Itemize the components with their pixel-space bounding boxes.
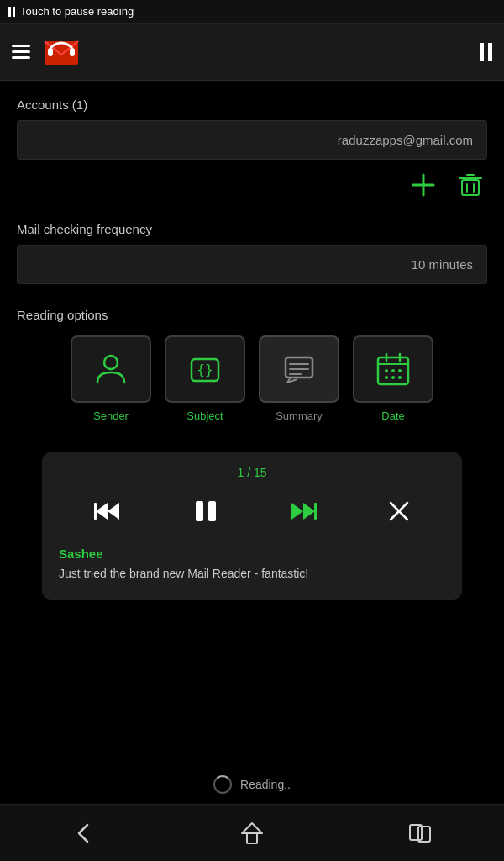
delete-account-button[interactable] bbox=[454, 168, 487, 202]
skip-forward-button[interactable] bbox=[283, 491, 323, 531]
svg-marker-33 bbox=[291, 503, 303, 520]
menu-icon[interactable] bbox=[12, 45, 30, 59]
account-email-field[interactable]: raduzzapps@gmail.com bbox=[17, 120, 487, 160]
freq-value: 10 minutes bbox=[412, 257, 473, 272]
svg-rect-34 bbox=[314, 503, 317, 520]
svg-text:{}: {} bbox=[197, 362, 213, 378]
close-player-button[interactable] bbox=[381, 494, 417, 529]
svg-point-10 bbox=[104, 356, 118, 369]
option-summary-label: Summary bbox=[276, 409, 323, 422]
svg-point-22 bbox=[391, 369, 395, 372]
svg-point-24 bbox=[385, 376, 388, 379]
status-bar-text: Touch to pause reading bbox=[20, 5, 134, 18]
skip-back-button[interactable] bbox=[87, 491, 128, 531]
player-controls bbox=[59, 491, 445, 531]
option-date-label: Date bbox=[381, 409, 404, 422]
reading-status-text: Reading.. bbox=[240, 778, 291, 791]
media-player-card: 1 / 15 bbox=[42, 452, 462, 600]
svg-marker-37 bbox=[242, 823, 262, 833]
svg-point-25 bbox=[391, 376, 395, 379]
option-summary-box[interactable] bbox=[259, 335, 339, 403]
option-subject[interactable]: {} Subject bbox=[165, 335, 245, 422]
svg-rect-2 bbox=[70, 48, 75, 56]
svg-rect-31 bbox=[208, 501, 216, 521]
main-content: Accounts (1) raduzzapps@gmail.com Mail c… bbox=[0, 81, 504, 600]
svg-point-23 bbox=[398, 369, 402, 372]
svg-rect-1 bbox=[48, 48, 53, 56]
freq-field[interactable]: 10 minutes bbox=[17, 245, 487, 284]
svg-rect-30 bbox=[196, 501, 203, 521]
option-subject-label: Subject bbox=[186, 409, 223, 422]
account-email-value: raduzzapps@gmail.com bbox=[338, 133, 473, 147]
back-button[interactable] bbox=[64, 813, 104, 853]
player-counter: 1 / 15 bbox=[59, 466, 445, 479]
option-sender-label: Sender bbox=[93, 409, 129, 422]
home-button[interactable] bbox=[232, 813, 272, 853]
svg-rect-29 bbox=[94, 503, 97, 520]
app-logo bbox=[39, 29, 84, 75]
status-bar: Touch to pause reading bbox=[0, 0, 504, 24]
loading-spinner bbox=[213, 775, 232, 794]
accounts-label: Accounts (1) bbox=[17, 98, 487, 112]
svg-marker-27 bbox=[96, 503, 108, 520]
option-sender-box[interactable] bbox=[71, 335, 151, 403]
option-subject-box[interactable]: {} bbox=[165, 335, 245, 403]
bottom-nav bbox=[0, 804, 504, 861]
svg-point-26 bbox=[398, 376, 402, 379]
svg-marker-32 bbox=[303, 503, 315, 520]
status-pause-icon bbox=[8, 7, 15, 17]
recents-button[interactable] bbox=[400, 813, 440, 853]
add-account-button[interactable] bbox=[407, 168, 440, 202]
option-date-box[interactable] bbox=[353, 335, 433, 403]
svg-rect-38 bbox=[247, 833, 257, 843]
account-actions bbox=[17, 168, 487, 202]
player-message: Just tried the brand new Mail Reader - f… bbox=[59, 566, 445, 583]
option-summary[interactable]: Summary bbox=[259, 335, 339, 422]
freq-label: Mail checking frequency bbox=[17, 222, 487, 236]
reading-status: Reading.. bbox=[0, 775, 504, 794]
pause-button[interactable] bbox=[186, 491, 226, 531]
reading-options-row: Sender {} Subject bbox=[17, 335, 487, 422]
toolbar-left bbox=[12, 29, 84, 75]
toolbar-pause-button[interactable] bbox=[480, 43, 492, 61]
option-sender[interactable]: Sender bbox=[71, 335, 151, 422]
reading-options-label: Reading options bbox=[17, 308, 487, 322]
svg-rect-5 bbox=[462, 180, 479, 195]
svg-point-21 bbox=[385, 369, 388, 372]
option-date[interactable]: Date bbox=[353, 335, 433, 422]
toolbar bbox=[0, 24, 504, 81]
svg-marker-28 bbox=[108, 503, 119, 520]
player-sender: Sashee bbox=[59, 547, 445, 561]
